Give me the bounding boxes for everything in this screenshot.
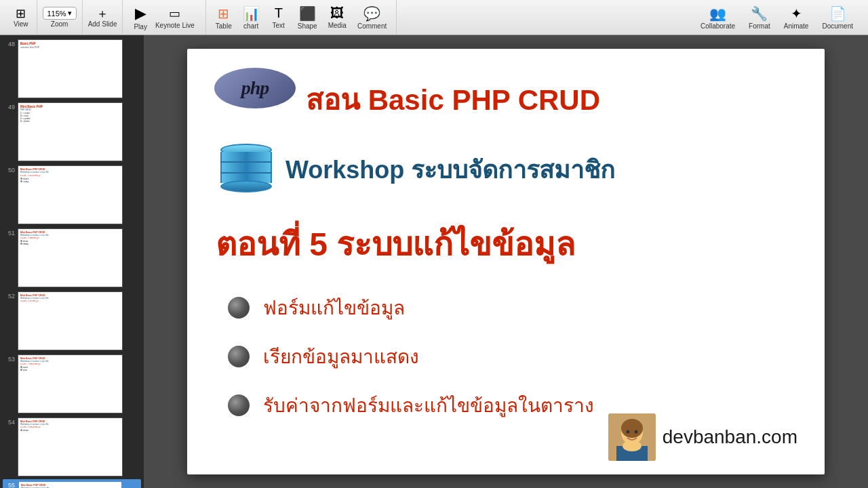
php-logo: php bbox=[214, 68, 296, 108]
subtitle: ตอนที่ 5 ระบบแก้ไขข้อมูล bbox=[216, 218, 575, 270]
zoom-group: 115% ▾ Zoom bbox=[37, 0, 83, 35]
db-body1 bbox=[220, 152, 272, 161]
db-cylinder bbox=[216, 144, 277, 192]
right-tools: 👥 Collaborate 🔧 Format ✦ Animate 📄 Docum… bbox=[691, 0, 863, 35]
zoom-value: 115% bbox=[47, 9, 66, 18]
text-icon: T bbox=[275, 5, 283, 21]
chart-label: chart bbox=[243, 22, 258, 30]
keynote-live-button[interactable]: ▭ Keynote Live bbox=[155, 6, 195, 29]
bullet-text-1: ฟอร์มแก้ไขข้อมูล bbox=[263, 293, 405, 323]
svg-point-4 bbox=[623, 441, 642, 451]
keynote-live-label: Keynote Live bbox=[155, 22, 195, 29]
slide-preview-48: Basic PHP includes free PHP bbox=[18, 39, 123, 98]
animate-button[interactable]: ✦ Animate bbox=[780, 4, 813, 31]
slide-number-51: 51 bbox=[4, 228, 15, 237]
slide-thumb-51[interactable]: 51 Mini Basic PHP CRUD Workshop ระบบจัดก… bbox=[3, 227, 141, 289]
add-slide-icon: ＋ bbox=[96, 7, 108, 20]
slide-canvas-area: php สอน Basic PHP CRUD Workshop ระบบจัด bbox=[144, 35, 868, 488]
slide-preview-55: Mini Basic PHP CRUD Workshop ระบบจัดการส… bbox=[18, 481, 123, 488]
document-button[interactable]: 📄 Document bbox=[818, 4, 857, 31]
shape-button[interactable]: ⬛ Shape bbox=[294, 4, 321, 31]
table-label: Table bbox=[216, 22, 232, 30]
slide-number-49: 49 bbox=[4, 102, 15, 110]
text-label: Text bbox=[273, 22, 285, 29]
collaborate-icon: 👥 bbox=[709, 5, 726, 22]
slide-number-48: 48 bbox=[4, 39, 15, 47]
domain-text: devbanban.com bbox=[663, 426, 797, 448]
zoom-box[interactable]: 115% ▾ bbox=[43, 7, 77, 20]
avatar bbox=[608, 413, 656, 461]
add-slide-button[interactable]: ＋ Add Slide bbox=[83, 0, 123, 35]
keynote-live-icon: ▭ bbox=[169, 6, 180, 21]
comment-label: Comment bbox=[357, 22, 387, 30]
play-controls: ▶ Play ▭ Keynote Live bbox=[123, 0, 205, 35]
view-icon: ⊞ bbox=[16, 7, 26, 20]
view-label: View bbox=[14, 20, 28, 28]
bullet-item-3: รับค่าจากฟอร์มและแก้ไขข้อมูลในตาราง bbox=[228, 390, 594, 420]
bullet-text-3: รับค่าจากฟอร์มและแก้ไขข้อมูลในตาราง bbox=[263, 390, 594, 420]
slide-panel[interactable]: 48 Basic PHP includes free PHP 49 Mini B… bbox=[0, 35, 144, 488]
workshop-title: Workshop ระบบจัดการสมาชิก bbox=[285, 150, 615, 189]
view-button[interactable]: ⊞ View bbox=[11, 6, 31, 29]
database-icon bbox=[216, 144, 277, 205]
slide-thumb-52[interactable]: 52 Mini Basic PHP CRUD Workshop ระบบจัดก… bbox=[3, 290, 141, 352]
svg-point-2 bbox=[621, 419, 643, 438]
bullet-dot-1 bbox=[228, 297, 250, 319]
slide-preview-50: Mini Basic PHP CRUD Workshop ระบบจัดการส… bbox=[18, 165, 123, 224]
animate-label: Animate bbox=[784, 22, 809, 30]
slide-number-50: 50 bbox=[4, 165, 15, 174]
animate-icon: ✦ bbox=[791, 5, 802, 22]
bullet-item-2: เรียกข้อมูลมาแสดง bbox=[228, 342, 594, 371]
slide-preview-52: Mini Basic PHP CRUD Workshop ระบบจัดการส… bbox=[18, 291, 123, 350]
avatar-area: devbanban.com bbox=[608, 413, 797, 461]
db-body2 bbox=[220, 163, 272, 172]
php-ellipse: php bbox=[214, 68, 296, 108]
text-button[interactable]: T Text bbox=[267, 4, 291, 30]
media-label: Media bbox=[328, 22, 347, 29]
slide-number-53: 53 bbox=[4, 354, 15, 363]
document-label: Document bbox=[822, 22, 853, 30]
view-controls: ⊞ View bbox=[5, 0, 37, 35]
slide-number-52: 52 bbox=[4, 291, 15, 300]
media-button[interactable]: 🖼 Media bbox=[324, 4, 351, 30]
php-logo-text: php bbox=[241, 77, 269, 99]
chart-icon: 📊 bbox=[243, 5, 260, 22]
slide-preview-49: Mini Basic PHP PHP CRUD C = createR = re… bbox=[18, 102, 123, 161]
slide-thumb-55[interactable]: 55 Mini Basic PHP CRUD Workshop ระบบจัดก… bbox=[3, 479, 141, 488]
bullet-dot-3 bbox=[228, 394, 250, 416]
format-icon: 🔧 bbox=[751, 5, 768, 22]
comment-button[interactable]: 💬 Comment bbox=[353, 4, 391, 31]
bullet-text-2: เรียกข้อมูลมาแสดง bbox=[263, 342, 419, 371]
shape-icon: ⬛ bbox=[299, 5, 316, 22]
slide-thumb-50[interactable]: 50 Mini Basic PHP CRUD Workshop ระบบจัดก… bbox=[3, 164, 141, 226]
svg-point-6 bbox=[634, 430, 637, 434]
collaborate-button[interactable]: 👥 Collaborate bbox=[696, 4, 739, 31]
slide-thumb-48[interactable]: 48 Basic PHP includes free PHP bbox=[3, 38, 141, 100]
toolbar: ⊞ View 115% ▾ Zoom ＋ Add Slide ▶ Play ▭ … bbox=[0, 0, 868, 35]
add-slide-label: Add Slide bbox=[88, 20, 117, 28]
slide-canvas: php สอน Basic PHP CRUD Workshop ระบบจัด bbox=[187, 49, 825, 474]
slide-thumb-54[interactable]: 54 Mini Basic PHP CRUD Workshop ระบบจัดก… bbox=[3, 416, 141, 478]
comment-icon: 💬 bbox=[363, 5, 380, 22]
main-title: สอน Basic PHP CRUD bbox=[306, 77, 600, 122]
chart-button[interactable]: 📊 chart bbox=[239, 4, 264, 31]
play-icon: ▶ bbox=[135, 5, 146, 22]
db-bottom bbox=[220, 180, 272, 192]
slide-preview-54: Mini Basic PHP CRUD Workshop ระบบจัดการส… bbox=[18, 418, 123, 476]
bullet-item-1: ฟอร์มแก้ไขข้อมูล bbox=[228, 293, 594, 323]
table-icon: ⊞ bbox=[218, 5, 229, 22]
play-label: Play bbox=[134, 23, 146, 30]
format-label: Format bbox=[749, 22, 770, 30]
play-button[interactable]: ▶ Play bbox=[134, 5, 146, 30]
slide-thumb-53[interactable]: 53 Mini Basic PHP CRUD Workshop ระบบจัดก… bbox=[3, 353, 141, 415]
slide-preview-51: Mini Basic PHP CRUD Workshop ระบบจัดการส… bbox=[18, 228, 123, 287]
format-button[interactable]: 🔧 Format bbox=[745, 4, 774, 31]
document-icon: 📄 bbox=[829, 5, 846, 22]
slide-thumb-49[interactable]: 49 Mini Basic PHP PHP CRUD C = createR =… bbox=[3, 101, 141, 163]
shape-label: Shape bbox=[298, 22, 317, 30]
bullet-dot-2 bbox=[228, 346, 250, 367]
table-button[interactable]: ⊞ Table bbox=[212, 4, 236, 31]
slide-number-54: 54 bbox=[4, 418, 15, 426]
insert-tools: ⊞ Table 📊 chart T Text ⬛ Shape 🖼 Media 💬… bbox=[206, 0, 397, 35]
bullets: ฟอร์มแก้ไขข้อมูล เรียกข้อมูลมาแสดง รับค่… bbox=[228, 293, 594, 420]
